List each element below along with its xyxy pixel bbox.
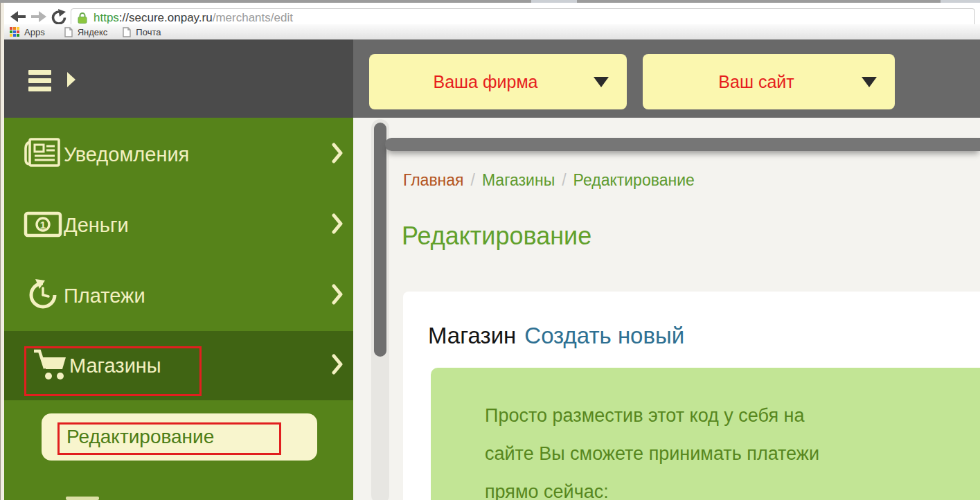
bookmarks-bar: Apps Яндекс Почта	[0, 24, 980, 39]
chevron-right-icon	[332, 354, 344, 377]
sidebar-item-notifications[interactable]: Уведомления	[4, 128, 353, 181]
breadcrumb: Главная/Магазины/Редактирование	[403, 171, 695, 190]
next-menu-item-partial	[66, 497, 99, 500]
browser-toolbar: https://secure.onpay.ru/merchants/edit	[0, 3, 980, 24]
apps-label: Apps	[24, 27, 45, 37]
page-header: Ваша фирма Ваш сайт	[353, 39, 980, 118]
site-selector-label: Ваш сайт	[643, 54, 870, 109]
info-box-text: Просто разместив этот код у себя на сайт…	[485, 397, 819, 500]
reload-icon	[51, 9, 67, 26]
banknote-icon: 1	[23, 210, 63, 242]
sidebar-item-label: Платежи	[64, 285, 145, 307]
breadcrumb-shops-link[interactable]: Магазины	[482, 171, 555, 189]
hamburger-icon	[28, 87, 51, 91]
sidebar-item-payments[interactable]: Платежи	[4, 269, 353, 322]
site-selector-button[interactable]: Ваш сайт	[643, 54, 895, 109]
back-arrow-icon	[9, 9, 27, 24]
annotation-rectangle	[57, 422, 281, 455]
page-title: Редактирование	[402, 222, 591, 251]
bookmark-yandex[interactable]: Яндекс	[64, 27, 108, 37]
history-icon	[23, 278, 62, 316]
info-line: сайте Вы сможете принимать платежи	[485, 435, 819, 473]
page-icon	[123, 27, 131, 37]
url-text: https://secure.onpay.ru/merchants/edit	[93, 11, 293, 25]
shop-card: МагазинСоздать новый Просто разместив эт…	[403, 292, 980, 500]
chevron-down-icon	[594, 77, 609, 87]
hamburger-icon	[28, 70, 51, 75]
ssl-lock-icon	[78, 12, 87, 24]
info-box: Просто разместив этот код у себя на сайт…	[431, 368, 980, 500]
main-content: Главная/Магазины/Редактирование Редактир…	[353, 118, 980, 500]
company-selector-label: Ваша фирма	[369, 54, 602, 109]
newspaper-icon	[23, 135, 62, 174]
url-path: /merchants/edit	[213, 11, 293, 24]
bookmark-pochta[interactable]: Почта	[123, 27, 161, 37]
shop-section-heading: МагазинСоздать новый	[428, 323, 684, 349]
bookmark-label: Яндекс	[78, 27, 108, 37]
create-new-link[interactable]: Создать новый	[524, 323, 684, 348]
horizontal-scrollbar-thumb[interactable]	[385, 138, 980, 151]
chevron-right-icon	[332, 213, 344, 237]
sidebar-item-label: Уведомления	[64, 143, 189, 166]
app-header	[4, 39, 353, 118]
breadcrumb-separator: /	[471, 171, 475, 189]
sidebar-nav: Уведомления 1 Деньги	[4, 118, 353, 500]
menu-toggle-button[interactable]	[28, 70, 51, 91]
expand-sidebar-arrow-icon[interactable]	[67, 72, 75, 87]
banknote-digit: 1	[40, 219, 46, 231]
company-selector-button[interactable]: Ваша фирма	[369, 54, 627, 109]
page-icon	[64, 27, 73, 37]
bookmark-label: Почта	[136, 27, 161, 37]
chevron-right-icon	[332, 143, 344, 166]
shop-heading-text: Магазин	[428, 323, 516, 348]
back-button[interactable]	[9, 9, 27, 24]
forward-button[interactable]	[30, 9, 48, 24]
vertical-scrollbar-thumb[interactable]	[374, 123, 386, 357]
chevron-down-icon	[862, 77, 877, 87]
annotation-rectangle	[24, 346, 202, 396]
reload-button[interactable]	[51, 9, 69, 24]
url-scheme: https	[93, 11, 119, 24]
breadcrumb-home-link[interactable]: Главная	[403, 171, 464, 189]
chevron-right-icon	[332, 284, 344, 307]
sidebar-item-money[interactable]: 1 Деньги	[4, 199, 353, 251]
apps-shortcut[interactable]: Apps	[10, 27, 45, 37]
info-line: Просто разместив этот код у себя на	[485, 397, 819, 435]
tab-separator	[941, 0, 980, 3]
breadcrumb-separator: /	[562, 171, 566, 189]
breadcrumb-current: Редактирование	[573, 171, 695, 189]
url-host: ://secure.onpay.ru	[119, 11, 213, 24]
forward-arrow-icon	[30, 9, 48, 24]
tab-separator	[531, 0, 577, 3]
tab-strip	[0, 0, 980, 3]
sidebar-item-label: Деньги	[64, 214, 129, 237]
hamburger-icon	[28, 78, 51, 83]
browser-window: https://secure.onpay.ru/merchants/edit A…	[0, 0, 980, 500]
window-frame-edge	[0, 3, 4, 500]
apps-grid-icon	[10, 27, 19, 37]
info-line: прямо сейчас:	[485, 473, 819, 500]
